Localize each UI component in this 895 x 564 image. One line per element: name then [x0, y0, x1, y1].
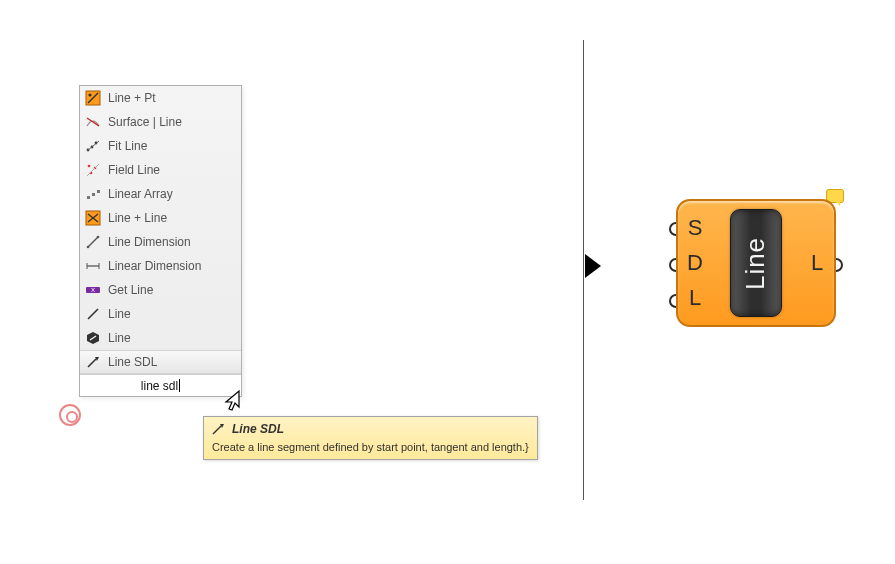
line-hex-icon: [84, 329, 102, 347]
menu-item-line-a[interactable]: Line: [80, 302, 241, 326]
component-outputs: L: [800, 201, 834, 325]
svg-point-2: [88, 93, 91, 96]
arrow-right-icon: [585, 254, 601, 278]
tooltip-title: Line SDL: [232, 422, 284, 436]
menu-item-linear-dimension[interactable]: Linear Dimension: [80, 254, 241, 278]
line-pt-icon: [84, 89, 102, 107]
tooltip-description: Create a line segment defined by start p…: [204, 439, 537, 459]
search-text: line sdl: [141, 379, 178, 393]
menu-item-label: Line: [108, 307, 241, 321]
text-caret: [179, 379, 180, 392]
canvas-insert-marker: [59, 404, 81, 426]
svg-line-28: [88, 359, 96, 367]
svg-text:X: X: [91, 287, 95, 293]
svg-point-18: [87, 246, 90, 249]
linear-dimension-icon: [84, 257, 102, 275]
component-nameplate: Line: [730, 209, 782, 317]
menu-item-get-line[interactable]: X Get Line: [80, 278, 241, 302]
svg-line-7: [87, 141, 99, 151]
get-line-icon: X: [84, 281, 102, 299]
menu-item-label: Line Dimension: [108, 235, 241, 249]
line-dimension-icon: [84, 233, 102, 251]
menu-item-field-line[interactable]: Field Line: [80, 158, 241, 182]
svg-line-25: [88, 309, 98, 319]
svg-line-3: [87, 118, 99, 126]
line-sdl-icon: [210, 421, 226, 437]
linear-array-icon: [84, 185, 102, 203]
input-port-s[interactable]: S: [688, 217, 703, 239]
menu-item-label: Linear Dimension: [108, 259, 241, 273]
menu-item-label: Surface | Line: [108, 115, 241, 129]
menu-item-line-b[interactable]: Line: [80, 326, 241, 350]
svg-point-19: [97, 236, 100, 239]
menu-item-label: Get Line: [108, 283, 241, 297]
menu-item-surface-line[interactable]: Surface | Line: [80, 110, 241, 134]
component-search-input[interactable]: line sdl: [80, 374, 241, 396]
svg-rect-12: [92, 193, 95, 196]
component-name: Line: [741, 236, 772, 289]
component-inputs: S D L: [678, 201, 712, 325]
line-sdl-icon: [84, 353, 102, 371]
line-line-icon: [84, 209, 102, 227]
menu-item-line-pt[interactable]: Line + Pt: [80, 86, 241, 110]
menu-item-line-sdl[interactable]: Line SDL: [80, 350, 241, 374]
menu-item-linear-array[interactable]: Linear Array: [80, 182, 241, 206]
component-search-popup[interactable]: Line + Pt Surface | Line Fit Line Field …: [79, 85, 242, 397]
menu-item-label: Line + Pt: [108, 91, 241, 105]
svg-rect-13: [97, 190, 100, 193]
menu-item-line-line[interactable]: Line + Line: [80, 206, 241, 230]
svg-line-17: [88, 237, 98, 247]
fit-line-icon: [84, 137, 102, 155]
svg-rect-11: [87, 196, 90, 199]
line-icon: [84, 305, 102, 323]
svg-point-8: [88, 165, 91, 168]
svg-line-30: [213, 426, 221, 434]
vertical-divider: [583, 40, 584, 500]
input-port-l[interactable]: L: [689, 287, 701, 309]
grasshopper-component[interactable]: S D L Line L: [676, 199, 836, 327]
menu-item-label: Line: [108, 331, 241, 345]
menu-item-line-dimension[interactable]: Line Dimension: [80, 230, 241, 254]
surface-line-icon: [84, 113, 102, 131]
menu-item-label: Line + Line: [108, 211, 241, 225]
component-tooltip: Line SDL Create a line segment defined b…: [203, 416, 538, 460]
input-port-d[interactable]: D: [687, 252, 703, 274]
menu-item-label: Linear Array: [108, 187, 241, 201]
menu-item-label: Field Line: [108, 163, 241, 177]
output-port-l[interactable]: L: [811, 252, 823, 274]
menu-item-fit-line[interactable]: Fit Line: [80, 134, 241, 158]
menu-item-label: Fit Line: [108, 139, 241, 153]
field-line-icon: [84, 161, 102, 179]
menu-item-label: Line SDL: [108, 355, 241, 369]
